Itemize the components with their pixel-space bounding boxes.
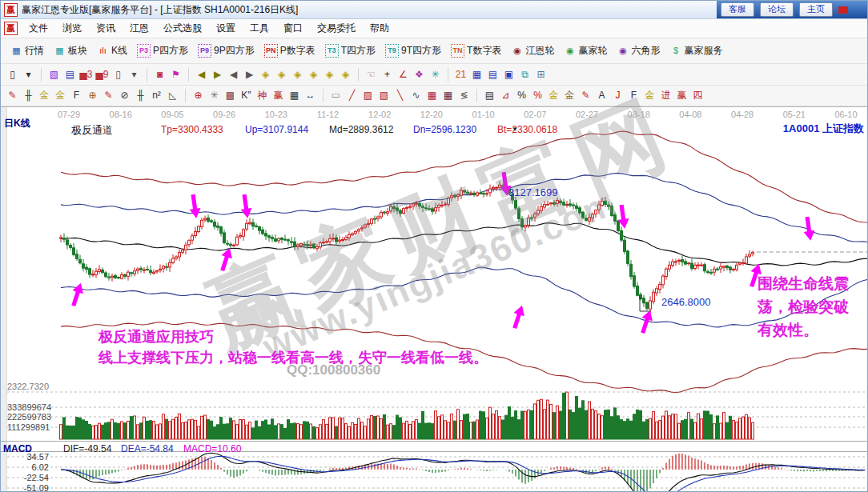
draw-tool-icon-16[interactable]: ▶ [243,68,256,82]
gann-tool-icon-17[interactable]: 赢 [271,89,285,102]
price-chart-svg[interactable] [1,107,868,492]
gann-tool-icon-19[interactable]: ↔ [303,89,317,102]
draw-tool-icon-15[interactable]: ◀ [227,68,240,82]
menu-item-3[interactable]: 江恩 [123,22,156,35]
draw-tool-icon-8[interactable]: ▾ [127,68,141,82]
gann-tool-icon-5[interactable]: ⊕ [86,89,99,102]
draw-tool-icon-0[interactable]: ▯ [6,68,19,82]
draw-tool-icon-32[interactable]: ▤ [486,68,500,82]
gann-tool-icon-40[interactable]: F [627,89,641,102]
gann-tool-icon-14[interactable]: ▩ [223,89,237,102]
toolbar-button-12[interactable]: $赢家服务 [665,44,727,58]
gann-tool-icon-36[interactable]: 金 [563,89,577,102]
draw-tool-icon-34[interactable]: ⧉ [518,68,532,82]
gann-tool-icon-34[interactable]: % [531,89,545,102]
draw-tool-icon-27[interactable]: ❖ [412,68,426,82]
gann-tool-icon-13[interactable]: ✳ [207,89,221,102]
toolbar-button-7[interactable]: T99T四方形 [380,44,446,58]
toolbar-button-0[interactable]: ▦行情 [6,44,49,58]
gann-tool-icon-37[interactable]: ✎ [579,89,593,102]
menu-item-4[interactable]: 公式选股 [156,22,209,35]
draw-tool-icon-3[interactable]: ▧ [47,68,61,82]
titlebar-button-0[interactable]: 客服 [721,2,754,17]
gann-tool-icon-38[interactable]: A [595,89,609,102]
gann-tool-icon-18[interactable]: ▦ [287,89,301,102]
menu-item-1[interactable]: 浏览 [55,22,89,35]
gann-tool-icon-32[interactable]: ⊿ [499,89,512,102]
toolbar-button-6[interactable]: T3T四方形 [320,44,380,58]
menu-item-6[interactable]: 工具 [243,22,276,35]
gann-tool-icon-44[interactable]: 四 [691,89,705,102]
chart-panel[interactable]: 赢家财富网 www.yingjia360.com 日K线 极反通道 Tp=330… [1,106,868,492]
gann-tool-icon-27[interactable]: ▦ [425,89,439,102]
symbol-label[interactable]: 1A0001 上证指数 [783,122,864,136]
toolbar-button-3[interactable]: P3P四方形 [132,44,193,58]
gann-tool-icon-24[interactable]: ▧ [377,89,391,102]
draw-tool-icon-14[interactable]: ▶ [211,68,224,82]
gann-tool-icon-3[interactable]: 金 [54,89,67,102]
draw-tool-icon-25[interactable]: + [380,68,394,82]
gann-tool-icon-39[interactable]: J [611,89,625,102]
menu-item-7[interactable]: 窗口 [276,22,310,35]
corner-badge-icon[interactable] [838,6,848,14]
gann-tool-icon-29[interactable]: ≶ [457,89,471,102]
draw-tool-icon-6[interactable]: ▅9 [95,68,109,82]
draw-tool-icon-18[interactable]: ◈ [275,68,288,82]
draw-tool-icon-26[interactable]: ∠ [396,68,410,82]
toolbar-button-1[interactable]: ▦板块 [49,44,92,58]
menu-item-8[interactable]: 交易委托 [310,22,363,35]
menu-item-0[interactable]: 文件 [22,22,55,35]
draw-tool-icon-30[interactable]: 21 [454,68,468,82]
gann-tool-icon-41[interactable]: 金 [643,89,657,102]
draw-tool-icon-11[interactable]: ⚑ [169,68,183,82]
gann-tool-icon-6[interactable]: ✎ [102,89,115,102]
toolbar-button-5[interactable]: PNP数字表 [259,44,320,58]
gann-tool-icon-33[interactable]: % [515,89,528,102]
draw-tool-icon-20[interactable]: ◈ [307,68,320,82]
draw-tool-icon-31[interactable]: ▦ [470,68,484,82]
draw-tool-icon-22[interactable]: ◈ [339,68,352,82]
draw-tool-icon-19[interactable]: ◈ [291,68,304,82]
gann-tool-icon-12[interactable]: ⊕ [191,89,205,102]
draw-tool-icon-7[interactable]: ▯ [111,68,125,82]
gann-tool-icon-42[interactable]: 进 [659,89,673,102]
gann-tool-icon-2[interactable]: 金 [38,89,51,102]
toolbar-button-10[interactable]: ◉赢家轮 [559,44,612,58]
gann-tool-icon-26[interactable]: ∿ [409,89,423,102]
gann-tool-icon-0[interactable]: ✎ [6,89,19,102]
draw-tool-icon-10[interactable]: ◙ [153,68,167,82]
gann-tool-icon-25[interactable]: ╲ [393,89,407,102]
gann-tool-icon-8[interactable]: ╫ [134,89,147,102]
gann-tool-icon-16[interactable]: 神 [255,89,269,102]
toolbar-button-11[interactable]: ◉六角形 [612,44,665,58]
draw-tool-icon-35[interactable]: ⊞ [534,68,548,82]
gann-tool-icon-23[interactable]: ▨ [361,89,375,102]
draw-tool-icon-17[interactable]: ◈ [259,68,272,82]
menu-item-2[interactable]: 资讯 [89,22,123,35]
gann-tool-icon-21[interactable]: ▭ [329,89,343,102]
gann-tool-icon-31[interactable]: ▤ [483,89,496,102]
draw-tool-icon-1[interactable]: ▾ [22,68,35,82]
draw-tool-icon-24[interactable]: ☜ [364,68,378,82]
draw-tool-icon-4[interactable]: ▤ [63,68,77,82]
draw-tool-icon-28[interactable]: ✳ [428,68,442,82]
draw-tool-icon-33[interactable]: ▣ [502,68,516,82]
toolbar-button-9[interactable]: ◉江恩轮 [506,44,559,58]
indicator-name[interactable]: 极反通道 [71,123,113,138]
gann-tool-icon-15[interactable]: K″ [239,89,253,102]
toolbar-button-2[interactable]: ılıK线 [92,44,132,58]
gann-tool-icon-9[interactable]: n² [150,89,163,102]
gann-tool-icon-28[interactable]: ▦ [441,89,455,102]
gann-tool-icon-4[interactable]: F [70,89,83,102]
toolbar-button-4[interactable]: P99P四方形 [193,44,259,58]
gann-tool-icon-22[interactable]: ╱ [345,89,359,102]
toolbar-button-8[interactable]: TNT数字表 [446,44,506,58]
period-label[interactable]: 日K线 [4,117,30,130]
gann-tool-icon-7[interactable]: ⊘ [118,89,131,102]
gann-tool-icon-35[interactable]: 金 [547,89,561,102]
draw-tool-icon-5[interactable]: ▅3 [79,68,93,82]
menu-item-9[interactable]: 帮助 [363,22,396,35]
menu-item-5[interactable]: 设置 [209,22,243,35]
gann-tool-icon-43[interactable]: 赢 [675,89,689,102]
titlebar-button-1[interactable]: 论坛 [760,2,794,17]
